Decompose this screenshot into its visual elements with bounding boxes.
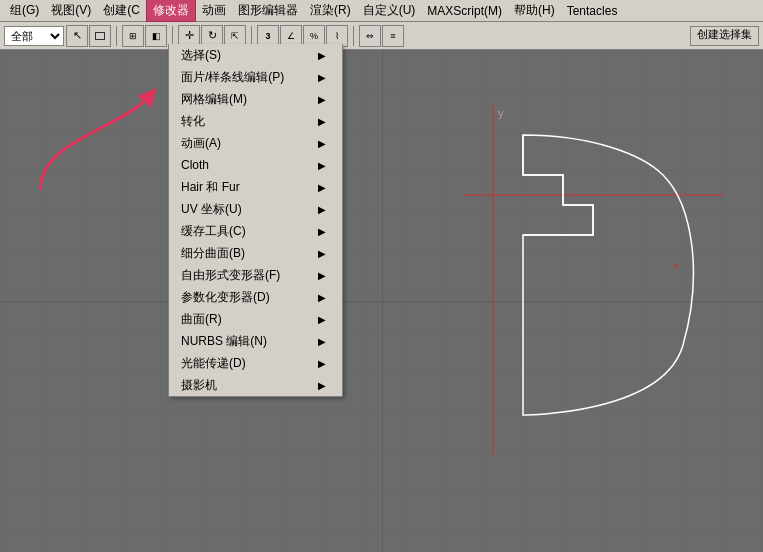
menu-item-cloth[interactable]: Cloth ▶	[169, 154, 342, 176]
menu-item-subdivision[interactable]: 细分曲面(B) ▶	[169, 242, 342, 264]
svg-text:y: y	[498, 107, 504, 119]
menu-render[interactable]: 渲染(R)	[304, 0, 357, 21]
rect-select-button[interactable]	[89, 25, 111, 47]
align-button[interactable]: ≡	[382, 25, 404, 47]
menu-help[interactable]: 帮助(H)	[508, 0, 561, 21]
arrow-icon-7: ▶	[318, 204, 326, 215]
arrow-icon-15: ▶	[318, 380, 326, 391]
menu-item-ffd[interactable]: 自由形式变形器(F) ▶	[169, 264, 342, 286]
menu-item-surface[interactable]: 曲面(R) ▶	[169, 308, 342, 330]
rect-icon	[95, 32, 105, 40]
menu-animation[interactable]: 动画	[196, 0, 232, 21]
arrow-annotation	[20, 80, 170, 200]
dropdown-menu: 选择(S) ▶ 面片/样条线编辑(P) ▶ 网格编辑(M) ▶ 转化 ▶ 动画(…	[168, 44, 343, 397]
selection-filter-select[interactable]: 全部	[4, 26, 64, 46]
main-area: y ×	[0, 50, 763, 552]
menu-item-convert[interactable]: 转化 ▶	[169, 110, 342, 132]
arrow-icon-3: ▶	[318, 116, 326, 127]
toolbar-separator-3	[251, 26, 252, 46]
menu-custom[interactable]: 自定义(U)	[357, 0, 422, 21]
viewport[interactable]: y ×	[0, 50, 763, 552]
menu-item-hair-fur[interactable]: Hair 和 Fur ▶	[169, 176, 342, 198]
toolbar-separator-4	[353, 26, 354, 46]
arrow-icon-0: ▶	[318, 50, 326, 61]
menu-item-animation[interactable]: 动画(A) ▶	[169, 132, 342, 154]
arrow-icon-13: ▶	[318, 336, 326, 347]
menu-group[interactable]: 组(G)	[4, 0, 45, 21]
menu-create[interactable]: 创建(C	[97, 0, 146, 21]
menu-item-camera[interactable]: 摄影机 ▶	[169, 374, 342, 396]
menu-item-nurbs[interactable]: NURBS 编辑(N) ▶	[169, 330, 342, 352]
menu-item-patch-spline[interactable]: 面片/样条线编辑(P) ▶	[169, 66, 342, 88]
arrow-icon-10: ▶	[318, 270, 326, 281]
view-btn-2[interactable]: ◧	[145, 25, 167, 47]
arrow-icon-2: ▶	[318, 94, 326, 105]
arrow-icon-6: ▶	[318, 182, 326, 193]
toolbar-misc-group: ⇔ ≡	[359, 25, 404, 47]
view-btn-1[interactable]: ⊞	[122, 25, 144, 47]
arrow-icon-1: ▶	[318, 72, 326, 83]
arrow-icon-12: ▶	[318, 314, 326, 325]
arrow-icon-9: ▶	[318, 248, 326, 259]
toolbar-tool-group: ↖	[66, 25, 111, 47]
toolbar-separator-2	[172, 26, 173, 46]
cursor-icon: ↖	[73, 29, 82, 42]
menu-item-cache[interactable]: 缓存工具(C) ▶	[169, 220, 342, 242]
arrow-icon-14: ▶	[318, 358, 326, 369]
arrow-icon-4: ▶	[318, 138, 326, 149]
arrow-icon-5: ▶	[318, 160, 326, 171]
menu-maxscript[interactable]: MAXScript(M)	[421, 2, 508, 20]
toolbar-view-group: ⊞ ◧	[122, 25, 167, 47]
menu-item-uv[interactable]: UV 坐标(U) ▶	[169, 198, 342, 220]
menu-bar: 组(G) 视图(V) 创建(C 修改器 动画 图形编辑器 渲染(R) 自定义(U…	[0, 0, 763, 22]
menu-item-radiosity[interactable]: 光能传递(D) ▶	[169, 352, 342, 374]
toolbar-right-group: 创建选择集	[690, 26, 759, 46]
toolbar: 全部 ↖ ⊞ ◧ ✛ ↻ ⇱ 3 ∠ % ⌇ ⇔ ≡ 创建选择集	[0, 22, 763, 50]
arrow-icon-8: ▶	[318, 226, 326, 237]
arrow-icon-11: ▶	[318, 292, 326, 303]
menu-modifier[interactable]: 修改器	[146, 0, 196, 22]
create-selection-button[interactable]: 创建选择集	[690, 26, 759, 46]
select-tool-button[interactable]: ↖	[66, 25, 88, 47]
menu-tentacles[interactable]: Tentacles	[561, 2, 624, 20]
toolbar-separator-1	[116, 26, 117, 46]
shape-svg: y ×	[463, 105, 723, 455]
menu-graph-editor[interactable]: 图形编辑器	[232, 0, 304, 21]
menu-item-parametric[interactable]: 参数化变形器(D) ▶	[169, 286, 342, 308]
menu-item-mesh-edit[interactable]: 网格编辑(M) ▶	[169, 88, 342, 110]
svg-text:×: ×	[673, 260, 679, 272]
mirror-button[interactable]: ⇔	[359, 25, 381, 47]
menu-item-select[interactable]: 选择(S) ▶	[169, 44, 342, 66]
menu-view[interactable]: 视图(V)	[45, 0, 97, 21]
